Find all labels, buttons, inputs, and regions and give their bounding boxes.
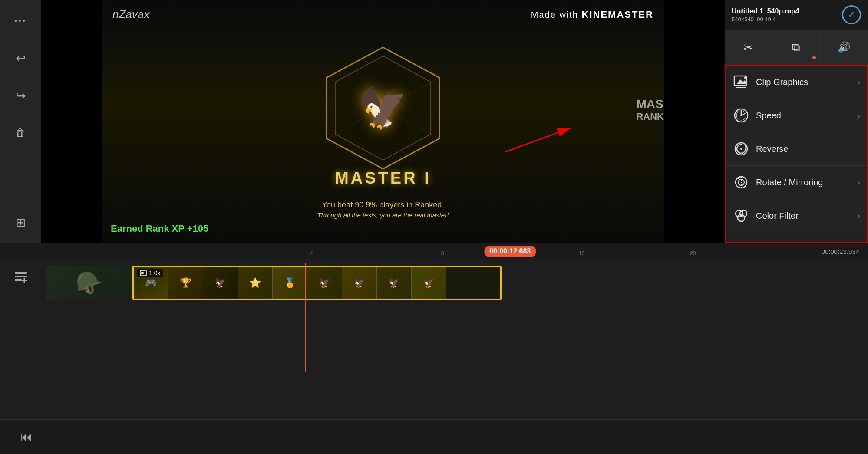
speed-badge-icon [140, 270, 147, 276]
svg-point-20 [740, 148, 742, 150]
timeline-content: 🪖 1.0x [0, 259, 868, 419]
copy-icon: ⧉ [792, 41, 800, 54]
svg-rect-28 [15, 276, 27, 277]
timeline-add-layer-button[interactable] [10, 266, 32, 287]
color-filter-label: Color Filter [756, 211, 857, 221]
clip-graphics-label: Clip Graphics [756, 77, 857, 87]
scissors-icon: ✂ [743, 40, 753, 55]
track-clips: 🪖 1.0x [46, 266, 502, 300]
speed-icon [733, 107, 750, 124]
add-layer-icon [13, 269, 29, 284]
timeline-ruler: 4 8 16 20 00:00:12.683 00:00:23.934 [0, 243, 868, 259]
svg-line-35 [142, 273, 144, 274]
rank-details: You beat 90.9% players in Ranked. Throug… [102, 201, 664, 243]
skip-back-button[interactable]: ⏮ [13, 424, 39, 450]
rotate-icon [733, 174, 750, 191]
svg-point-16 [740, 115, 742, 116]
timeline-left-tools [0, 263, 41, 287]
clip-selected[interactable]: 1.0x 🎮 🏆 🦅 ⭐ 🏅 🦅 🦅 🦅 🦅 [132, 266, 502, 300]
sidebar-redo-button[interactable]: ↪ [8, 83, 33, 108]
menu-item-color-filter[interactable]: Color Filter › [726, 199, 867, 232]
volume-button[interactable]: 🔊 [821, 30, 868, 65]
frame-3: 🦅 [203, 267, 238, 299]
sidebar-more-button[interactable]: ••• [8, 9, 33, 33]
ruler-mark-4: 4 [310, 250, 313, 257]
speed-label: Speed [756, 111, 857, 121]
check-icon: ✓ [848, 9, 855, 20]
video-preview: nZavax Made with KINEMASTER [41, 0, 725, 243]
color-filter-icon [733, 207, 750, 224]
watermark-row: nZavax Made with KINEMASTER [102, 0, 664, 21]
video-track: 🪖 1.0x [46, 263, 868, 303]
clip-graphics-arrow: › [857, 77, 860, 87]
copy-button[interactable]: ⧉ [772, 30, 820, 65]
timeline-tracks: 🪖 1.0x [41, 263, 868, 304]
svg-point-9 [744, 76, 747, 79]
speed-badge: 1.0x [137, 269, 163, 277]
player-name: nZavax [112, 8, 149, 21]
frame-5: 🏅 [273, 267, 307, 299]
reverse-icon [733, 140, 750, 158]
sidebar-layers-button[interactable]: ⊞ [8, 210, 33, 234]
end-time: 00:00:23.934 [821, 248, 859, 255]
file-info-header: Untitled 1_540p.mp4 540×540 00:19.4 ✓ [725, 0, 868, 30]
sidebar-trash-button[interactable]: 🗑 [8, 121, 33, 145]
volume-icon: 🔊 [838, 41, 851, 53]
playhead-line [305, 263, 306, 372]
rotate-arrow: › [857, 178, 860, 188]
bottom-nav: ⏮ [0, 419, 868, 454]
menu-item-reverse[interactable]: Reverse [726, 132, 867, 166]
dots-icon: ••• [14, 16, 26, 26]
speed-arrow: › [857, 111, 860, 121]
ruler-mark-16: 16 [579, 250, 584, 257]
kinemaster-watermark: Made with KINEMASTER [531, 9, 653, 20]
layers-icon: ⊞ [16, 215, 26, 230]
side-rank-text: MAS RANK [636, 97, 664, 122]
skip-back-icon: ⏮ [20, 430, 32, 444]
frame-2: 🏆 [168, 267, 203, 299]
file-meta: 540×540 00:19.4 [732, 16, 799, 23]
frame-7: 🦅 [342, 267, 377, 299]
rotate-label: Rotate / Mirroring [756, 178, 857, 188]
right-panel: Untitled 1_540p.mp4 540×540 00:19.4 ✓ ✂ … [725, 0, 868, 243]
clip-thumbnail-1: 🪖 [46, 266, 132, 300]
clip-unselected[interactable]: 🪖 [46, 266, 132, 300]
svg-line-34 [142, 272, 144, 273]
confirm-button[interactable]: ✓ [842, 5, 861, 24]
svg-rect-27 [15, 272, 27, 274]
left-sidebar: ••• ↩ ↪ 🗑 ⊞ [0, 0, 41, 243]
svg-rect-29 [15, 279, 22, 281]
frame-4: ⭐ [238, 267, 273, 299]
scissors-button[interactable]: ✂ [725, 30, 772, 65]
svg-marker-8 [737, 79, 747, 84]
ruler-mark-20: 20 [690, 250, 696, 257]
svg-point-26 [738, 214, 745, 221]
ruler-mark-8: 8 [441, 250, 444, 257]
clip-frames: 🎮 🏆 🦅 ⭐ 🏅 🦅 🦅 🦅 🦅 [134, 267, 500, 299]
playhead-time: 00:00:12.683 [484, 246, 536, 257]
sidebar-undo-button[interactable]: ↩ [8, 46, 33, 70]
tool-icons-row: ✂ ⧉ 🔊 [725, 30, 868, 66]
svg-line-17 [737, 111, 738, 112]
menu-items-list: Clip Graphics › Speed › [725, 66, 868, 243]
timeline-area: 4 8 16 20 00:00:12.683 00:00:23.934 [0, 243, 868, 454]
color-filter-arrow: › [857, 211, 860, 221]
undo-icon: ↩ [16, 51, 26, 66]
rank-badge-icon: 🦅 [359, 86, 407, 131]
svg-rect-32 [140, 270, 146, 276]
trash-icon: 🗑 [15, 127, 26, 139]
frame-9: 🦅 [412, 267, 446, 299]
menu-item-clip-graphics[interactable]: Clip Graphics › [726, 66, 867, 99]
clip-graphics-icon [733, 73, 750, 91]
redo-icon: ↪ [16, 89, 26, 103]
frame-8: 🦅 [377, 267, 412, 299]
reverse-label: Reverse [756, 144, 860, 154]
file-name: Untitled 1_540p.mp4 [732, 7, 799, 15]
menu-item-speed[interactable]: Speed › [726, 99, 867, 132]
menu-item-rotate[interactable]: Rotate / Mirroring › [726, 166, 867, 199]
frame-6: 🦅 [307, 267, 342, 299]
svg-point-25 [740, 210, 747, 217]
